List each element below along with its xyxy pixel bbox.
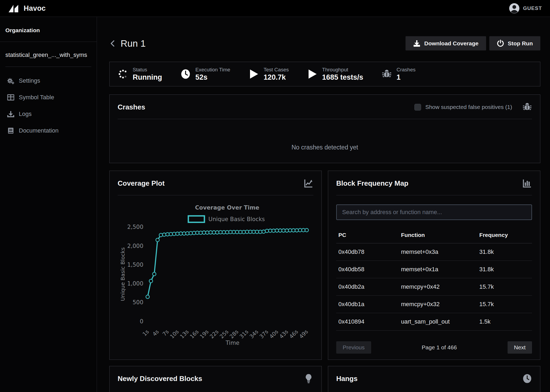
table-cell: 0x40db1a [336,296,399,313]
sidebar-item-documentation[interactable]: Documentation [5,124,91,137]
svg-text:10s: 10s [169,328,180,340]
crashes-empty-message: No crashes detected yet [118,119,532,151]
table-cell: memcpy+0x32 [399,296,477,313]
stat-throughput: Throughput 1685 tests/s [307,67,363,82]
crashes-panel: Crashes Show suspected false positives (… [109,94,540,163]
stat-status: Status Running [118,67,162,82]
svg-text:500: 500 [133,299,143,306]
hangs-panel: Hangs [328,366,540,392]
svg-text:16s: 16s [189,328,200,340]
back-button[interactable] [109,40,116,47]
stat-label: Status [133,67,162,73]
svg-text:1s: 1s [141,328,150,337]
sidebar-item-logs[interactable]: Logs [5,108,91,120]
table-cell: 31.8k [477,243,532,261]
stat-value: Running [133,73,162,82]
false-positives-label[interactable]: Show suspected false positives (1) [425,104,512,110]
previous-page-button[interactable]: Previous [336,341,371,354]
sidebar-item-label: Logs [19,111,32,118]
table-cell: 0x410894 [336,313,399,331]
stop-run-button[interactable]: Stop Run [489,36,540,50]
stat-value: 52s [195,73,230,82]
clock-icon [522,374,532,383]
stat-label: Execution Time [195,67,230,73]
gear-icon [7,77,15,85]
svg-text:40s: 40s [268,328,279,340]
sidebar-item-symbol-table[interactable]: Symbol Table [5,91,91,104]
crashes-title: Crashes [118,103,145,111]
svg-text:34s: 34s [248,328,259,340]
sidebar: Organization statistical_green_..._with_… [0,17,97,392]
block-frequency-table: PC Function Frequency 0x40db78memset+0x3… [336,228,532,331]
svg-text:1,000: 1,000 [127,280,143,287]
svg-text:13s: 13s [179,328,190,340]
stat-value: 120.7k [263,73,289,82]
havoc-logo-icon [8,3,20,13]
divider [118,195,313,195]
stat-test-cases: Test Cases 120.7k [248,67,289,82]
download-icon [413,40,421,47]
brand: Havoc [8,3,46,13]
svg-text:2,000: 2,000 [127,243,143,249]
bug-icon [381,69,392,79]
clock-icon [180,69,191,79]
stat-value: 1 [396,73,415,82]
sidebar-item-label: Settings [19,77,40,84]
stat-label: Throughput [322,67,363,73]
block-frequency-panel: Block Frequency Map [328,171,540,360]
avatar-icon[interactable] [509,3,520,14]
table-row[interactable]: 0x40db2amemcpy+0x4215.7k [336,278,532,296]
svg-text:0: 0 [140,318,143,325]
svg-text:25s: 25s [218,328,230,340]
false-positives-checkbox[interactable] [414,104,421,111]
lightbulb-icon [304,374,313,383]
svg-text:22s: 22s [208,328,220,340]
user-menu[interactable]: GUEST [509,3,542,14]
download-coverage-button[interactable]: Download Coverage [406,36,486,50]
svg-text:Unique Basic Blocks: Unique Basic Blocks [208,216,265,222]
download-icon [7,110,15,118]
block-search-input[interactable] [336,204,532,220]
coverage-plot-title: Coverage Plot [118,179,165,188]
stat-label: Crashes [396,67,415,73]
coverage-chart: Coverage Over TimeUnique Basic Blocks050… [118,200,313,350]
download-coverage-label: Download Coverage [424,40,479,47]
table-cell: 15.7k [477,278,532,296]
table-row[interactable]: 0x40db58memset+0x1a31.8k [336,261,532,278]
coverage-plot-panel: Coverage Plot Coverage Over TimeUnique B… [109,171,322,360]
column-header-function[interactable]: Function [399,228,477,243]
brand-name: Havoc [24,4,46,13]
table-cell: 31.8k [477,261,532,278]
stat-label: Test Cases [263,67,289,73]
table-row[interactable]: 0x40db1amemcpy+0x3215.7k [336,296,532,313]
bar-chart-icon [522,178,532,188]
svg-text:Time: Time [225,340,239,346]
column-header-pc[interactable]: PC [336,228,399,243]
stat-execution-time: Execution Time 52s [180,67,230,82]
sidebar-nav: Settings Symbol Table [0,67,97,145]
play-icon [248,69,259,79]
power-icon [497,40,504,47]
sidebar-item-settings[interactable]: Settings [5,74,91,87]
top-bar: Havoc GUEST [0,0,550,17]
svg-text:7s: 7s [161,328,170,337]
page-indicator: Page 1 of 466 [422,344,457,351]
table-icon [7,94,15,101]
main-content: Run 1 Download Coverage [97,17,550,392]
next-page-button[interactable]: Next [508,341,532,354]
sidebar-project-name[interactable]: statistical_green_..._with_syms [0,42,97,67]
svg-text:Unique Basic Blocks: Unique Basic Blocks [120,247,126,301]
block-frequency-title: Block Frequency Map [336,179,408,188]
column-header-frequency[interactable]: Frequency [477,228,532,243]
newly-discovered-title: Newly Discovered Blocks [118,375,202,383]
svg-text:1,500: 1,500 [127,262,143,268]
table-cell: 0x40db78 [336,243,399,261]
table-cell: 1.5k [477,313,532,331]
svg-text:43s: 43s [278,328,289,340]
sidebar-section-organization: Organization [0,17,97,42]
stat-value: 1685 tests/s [322,73,363,82]
svg-text:49s: 49s [298,328,309,340]
table-cell: uart_sam_poll_out [399,313,477,331]
table-row[interactable]: 0x410894uart_sam_poll_out1.5k [336,313,532,331]
table-row[interactable]: 0x40db78memset+0x3a31.8k [336,243,532,261]
